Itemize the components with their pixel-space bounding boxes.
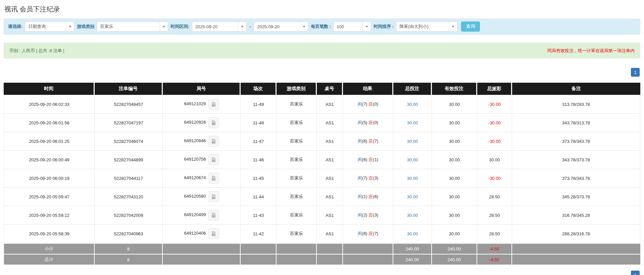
cell-payout: -30.00 xyxy=(477,169,512,188)
banker-result-label: 庄 xyxy=(368,102,373,107)
total-bet-link[interactable]: 30.00 xyxy=(407,194,418,199)
cell-remark: 373.78/343.78 xyxy=(512,169,640,188)
chevron-down-icon[interactable] xyxy=(300,22,308,31)
video-file-icon xyxy=(211,139,216,144)
subtotal-total-bet: 240.00 xyxy=(393,243,432,254)
cell-total-bet: 30.00 xyxy=(393,188,432,206)
cell-remark: 313.78/283.78 xyxy=(512,95,640,114)
chevron-down-icon[interactable] xyxy=(449,22,457,31)
subtotal-count: 8 xyxy=(95,243,163,254)
cell-valid-bet: 30.00 xyxy=(432,188,477,206)
cell-round-no: 649120499 xyxy=(163,206,241,225)
video-replay-button[interactable] xyxy=(208,228,219,239)
page-1-button[interactable]: 1 xyxy=(631,271,640,275)
total-bet-link[interactable]: 30.00 xyxy=(407,176,418,181)
time-sort-label: 时间排序 : xyxy=(374,24,394,30)
table-row: 2025-09-20 06:00:19 522827044117 6491206… xyxy=(4,169,640,188)
grand-total-count: 8 xyxy=(95,254,163,265)
date-from-select[interactable]: 2025-09-20 xyxy=(192,22,247,32)
chevron-down-icon[interactable] xyxy=(159,22,168,31)
cell-result: 闲(6) 庄(7) xyxy=(343,132,393,151)
pagination-bottom: 1 xyxy=(4,271,640,275)
time-sort-select[interactable]: 降幂(由大到小) xyxy=(396,22,457,32)
cell-time: 2025-09-20 06:01:58 xyxy=(4,114,95,132)
cell-total-bet: 30.00 xyxy=(393,114,432,132)
table-row: 2025-09-20 05:59:47 522827043120 6491205… xyxy=(4,188,640,206)
header-table-no: 桌号 xyxy=(317,83,343,95)
cell-game-type: 百家乐 xyxy=(277,95,317,114)
player-result-label: 闲 xyxy=(358,120,362,125)
banker-result-label: 庄 xyxy=(368,175,373,181)
header-bet-no: 注单编号 xyxy=(95,83,163,95)
game-type-select[interactable]: 百家乐 xyxy=(97,22,168,32)
total-bet-link[interactable]: 30.00 xyxy=(407,120,418,125)
video-replay-button[interactable] xyxy=(208,136,219,147)
banker-result-points: (7) xyxy=(373,231,378,236)
video-replay-button[interactable] xyxy=(208,191,219,202)
cell-payout: -30.00 xyxy=(477,114,512,132)
total-bet-link[interactable]: 30.00 xyxy=(407,213,418,218)
cell-total-bet: 30.00 xyxy=(393,151,432,169)
chevron-down-icon[interactable] xyxy=(66,22,74,31)
total-bet-link[interactable]: 30.00 xyxy=(407,139,418,144)
table-row: 2025-09-20 06:01:25 522827046074 6491208… xyxy=(4,132,640,151)
cell-round-no: 649120846 xyxy=(163,132,241,151)
table-body: 2025-09-20 06:02:33 522827048457 6491210… xyxy=(4,95,640,243)
video-file-icon xyxy=(211,157,216,163)
video-replay-button[interactable] xyxy=(208,117,219,128)
cell-table-no: AS1 xyxy=(317,114,343,132)
cell-game-type: 百家乐 xyxy=(277,114,317,132)
grand-total-valid-bet: 240.00 xyxy=(432,254,477,265)
chevron-down-icon[interactable] xyxy=(238,22,246,31)
banker-result-label: 庄 xyxy=(368,194,373,199)
cell-bet-no: 522827044117 xyxy=(95,169,163,188)
per-page-select[interactable]: 100 xyxy=(333,22,371,32)
total-bet-link[interactable]: 30.00 xyxy=(407,157,418,162)
banker-result-label: 庄 xyxy=(368,231,373,236)
cell-remark: 343.78/373.78 xyxy=(512,151,640,169)
banker-result-label: 庄 xyxy=(368,120,373,125)
pagination-top: 1 xyxy=(4,68,640,77)
date-to-select[interactable]: 2025-09-20 xyxy=(254,22,308,32)
subtotal-payout: -4.50 xyxy=(477,243,512,254)
table-row: 2025-09-20 05:59:12 522827042009 6491204… xyxy=(4,206,640,225)
video-replay-button[interactable] xyxy=(208,154,219,165)
player-result-label: 闲 xyxy=(358,102,362,107)
cell-session: 11-48 xyxy=(241,114,277,132)
query-type-select[interactable]: 日期查询 xyxy=(25,22,75,32)
cell-valid-bet: 30.00 xyxy=(432,151,477,169)
cell-bet-no: 522827043120 xyxy=(95,188,163,206)
header-session: 场次 xyxy=(241,83,277,95)
round-no-text: 649120674 xyxy=(184,175,206,180)
banker-result-label: 庄 xyxy=(368,139,373,144)
banker-result-points: (0) xyxy=(373,102,378,107)
cell-game-type: 百家乐 xyxy=(277,132,317,151)
player-result-points: (7) xyxy=(362,102,367,107)
table-row: 2025-09-20 05:58:39 522827040963 6491204… xyxy=(4,225,640,243)
round-no-text: 649120499 xyxy=(184,212,206,217)
total-bet-link[interactable]: 30.00 xyxy=(407,102,418,107)
video-file-icon xyxy=(211,212,216,218)
player-result-points: (6) xyxy=(362,139,367,144)
search-button[interactable]: 查询 xyxy=(461,22,480,32)
cell-session: 11-42 xyxy=(241,225,277,243)
total-bet-link[interactable]: 30.00 xyxy=(407,231,418,236)
cell-result: 闲(6) 庄(7) xyxy=(343,225,393,243)
video-replay-button[interactable] xyxy=(208,99,219,110)
table-row: 2025-09-20 06:01:58 522827047197 6491209… xyxy=(4,114,640,132)
header-total-bet: 总投注 xyxy=(393,83,432,95)
filter-bar: 请选择: 日期查询 游戏类别 百家乐 时间区间: 2025-09-20 ~ 20… xyxy=(4,18,640,35)
banker-result-points: (0) xyxy=(373,120,378,125)
chevron-down-icon[interactable] xyxy=(362,22,371,31)
cell-time: 2025-09-20 06:02:33 xyxy=(4,95,95,114)
page-1-button[interactable]: 1 xyxy=(631,68,640,77)
cell-session: 11-44 xyxy=(241,188,277,206)
cell-table-no: AS1 xyxy=(317,225,343,243)
subtotal-row: 小计 8 240.00 240.00 -4.50 xyxy=(4,243,640,254)
video-replay-button[interactable] xyxy=(208,210,219,221)
video-replay-button[interactable] xyxy=(208,173,219,184)
cell-payout: 28.50 xyxy=(477,206,512,225)
cell-remark: 316.78/345.28 xyxy=(512,206,640,225)
banker-result-points: (7) xyxy=(373,139,378,144)
query-type-value: 日期查询 xyxy=(25,22,66,31)
